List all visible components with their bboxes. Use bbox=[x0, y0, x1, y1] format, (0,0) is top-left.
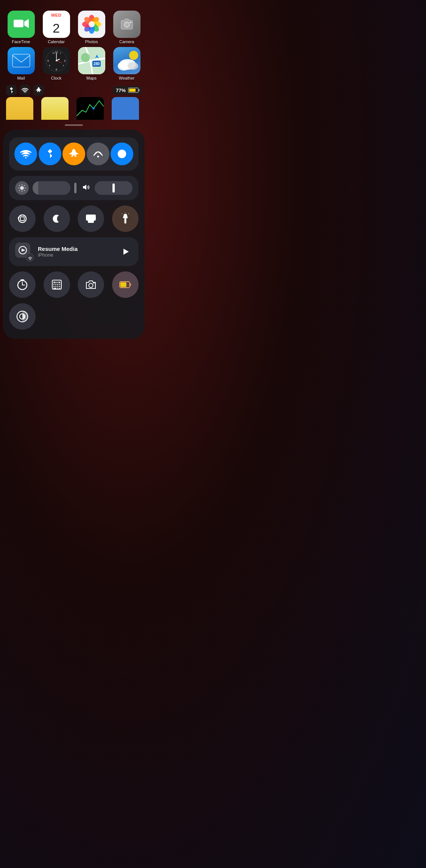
clock-label: Clock bbox=[51, 76, 62, 80]
weather-icon bbox=[113, 47, 140, 74]
svg-text:3: 3 bbox=[64, 60, 66, 62]
svg-text:280: 280 bbox=[93, 62, 100, 66]
accessibility-button[interactable] bbox=[9, 303, 36, 330]
photos-label: Photos bbox=[85, 39, 98, 44]
svg-point-37 bbox=[25, 92, 25, 93]
svg-line-51 bbox=[24, 185, 25, 186]
camera-shortcut-button[interactable] bbox=[78, 271, 104, 298]
media-icon-stack bbox=[15, 243, 33, 261]
app-camera[interactable]: Camera bbox=[112, 11, 142, 44]
app-maps[interactable]: 280 Maps bbox=[76, 47, 106, 80]
svg-text:6: 6 bbox=[56, 68, 57, 71]
svg-point-27 bbox=[56, 60, 57, 61]
svg-point-44 bbox=[20, 186, 24, 190]
partial-app-maps3[interactable] bbox=[112, 97, 139, 120]
svg-text:2: 2 bbox=[60, 52, 61, 54]
maps-label: Maps bbox=[86, 76, 97, 80]
svg-point-85 bbox=[89, 284, 93, 288]
bottom-controls-row bbox=[9, 271, 139, 298]
svg-rect-88 bbox=[130, 283, 131, 286]
calculator-button[interactable] bbox=[44, 271, 70, 298]
maps-icon: 280 bbox=[78, 47, 105, 74]
airdrop-toggle[interactable] bbox=[111, 143, 133, 165]
facetime-label: FaceTime bbox=[12, 39, 30, 44]
svg-rect-82 bbox=[53, 288, 56, 289]
svg-text:9: 9 bbox=[47, 60, 49, 62]
airplane-status-icon bbox=[33, 85, 44, 96]
svg-point-41 bbox=[97, 156, 99, 158]
svg-rect-57 bbox=[88, 219, 94, 222]
svg-rect-73 bbox=[58, 282, 60, 283]
flashlight-button[interactable] bbox=[112, 205, 139, 232]
app-mail[interactable]: Mail bbox=[6, 47, 36, 80]
calendar-label: Calendar bbox=[48, 39, 65, 44]
control-center: Resume Media iPhone bbox=[3, 130, 145, 339]
cellular-toggle[interactable] bbox=[87, 143, 109, 165]
svg-point-86 bbox=[94, 283, 95, 284]
svg-point-40 bbox=[25, 157, 27, 158]
screen-mirror-button[interactable] bbox=[78, 205, 104, 232]
bluetooth-status-icon bbox=[6, 85, 17, 96]
media-title: Resume Media bbox=[38, 246, 114, 252]
brightness-icon bbox=[15, 181, 29, 195]
wifi-status-icon bbox=[20, 85, 30, 96]
partial-app-notes2[interactable] bbox=[41, 97, 69, 120]
brightness-fill bbox=[33, 181, 38, 195]
camera-icon bbox=[113, 11, 140, 38]
do-not-disturb-button[interactable] bbox=[44, 205, 70, 232]
slider-divider bbox=[74, 183, 76, 193]
calendar-icon: WED 2 bbox=[43, 11, 70, 38]
svg-rect-77 bbox=[59, 284, 60, 285]
wifi-toggle[interactable] bbox=[14, 143, 37, 165]
svg-rect-14 bbox=[12, 54, 30, 67]
svg-rect-54 bbox=[20, 217, 24, 221]
orientation-lock-button[interactable] bbox=[9, 205, 36, 232]
svg-point-10 bbox=[89, 21, 95, 27]
svg-text:8: 8 bbox=[49, 64, 50, 67]
svg-line-61 bbox=[128, 213, 129, 214]
svg-rect-0 bbox=[14, 20, 23, 27]
svg-rect-71 bbox=[53, 282, 56, 283]
mail-label: Mail bbox=[17, 76, 25, 80]
svg-rect-74 bbox=[53, 284, 55, 285]
svg-marker-1 bbox=[24, 19, 29, 28]
svg-line-52 bbox=[19, 190, 20, 191]
app-calendar[interactable]: WED 2 Calendar bbox=[41, 11, 71, 44]
app-facetime[interactable]: FaceTime bbox=[6, 11, 36, 44]
calendar-date: 2 bbox=[43, 18, 70, 38]
svg-rect-79 bbox=[55, 286, 56, 287]
timer-button[interactable] bbox=[9, 271, 36, 298]
media-play-button[interactable] bbox=[119, 245, 133, 259]
svg-point-29 bbox=[81, 53, 90, 62]
airplane-toggle[interactable] bbox=[62, 143, 85, 165]
svg-rect-72 bbox=[56, 282, 58, 283]
photos-icon bbox=[78, 11, 105, 38]
app-weather[interactable]: Weather bbox=[112, 47, 142, 80]
media-subtitle: iPhone bbox=[38, 252, 114, 258]
volume-icon bbox=[82, 183, 91, 193]
calendar-day: WED bbox=[43, 11, 70, 18]
sliders-panel bbox=[9, 176, 139, 200]
partial-app-stocks[interactable] bbox=[76, 97, 104, 120]
battery-icon bbox=[128, 88, 139, 93]
media-panel: Resume Media iPhone bbox=[9, 237, 139, 266]
volume-slider[interactable] bbox=[95, 181, 133, 195]
clock-icon: 12 3 6 9 10 2 4 8 bbox=[43, 47, 70, 74]
bluetooth-toggle[interactable] bbox=[39, 143, 61, 165]
partial-app-notes[interactable] bbox=[6, 97, 33, 120]
svg-text:10: 10 bbox=[52, 52, 55, 54]
volume-thumb bbox=[112, 183, 115, 193]
svg-point-13 bbox=[130, 22, 131, 23]
accessibility-row bbox=[9, 303, 139, 331]
svg-line-50 bbox=[24, 190, 25, 191]
weather-label: Weather bbox=[119, 76, 134, 80]
app-photos[interactable]: Photos bbox=[76, 11, 106, 44]
svg-rect-75 bbox=[55, 284, 56, 285]
brightness-slider[interactable] bbox=[33, 181, 70, 195]
battery-status: 77% bbox=[113, 86, 142, 95]
media-info: Resume Media iPhone bbox=[38, 246, 114, 258]
facetime-icon bbox=[8, 11, 35, 38]
svg-rect-81 bbox=[59, 286, 60, 287]
app-clock[interactable]: 12 3 6 9 10 2 4 8 bbox=[41, 47, 71, 80]
battery-button[interactable] bbox=[112, 271, 139, 298]
